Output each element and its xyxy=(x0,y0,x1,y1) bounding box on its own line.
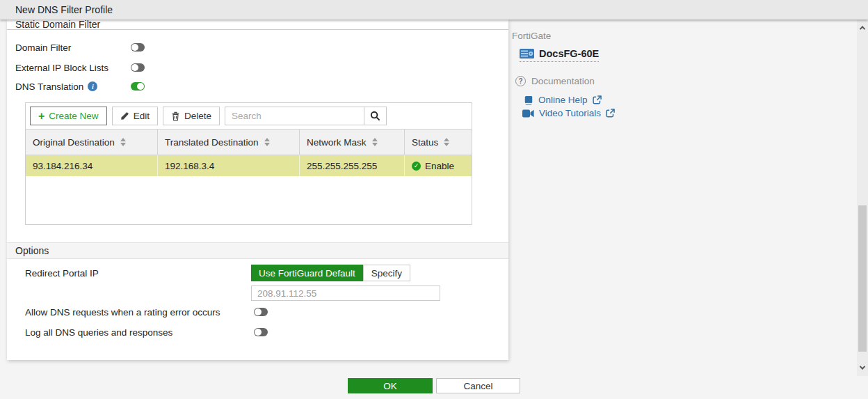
create-new-label: Create New xyxy=(49,111,98,121)
online-help-link[interactable]: Online Help xyxy=(524,95,602,105)
trash-icon xyxy=(171,111,180,121)
cancel-button[interactable]: Cancel xyxy=(436,378,520,393)
redirect-portal-ip-label: Redirect Portal IP xyxy=(25,265,99,281)
specify-button[interactable]: Specify xyxy=(363,265,410,281)
toggle-knob xyxy=(255,329,262,336)
column-label: Status xyxy=(412,137,438,148)
use-fortiguard-default-button[interactable]: Use FortiGuard Default xyxy=(251,265,363,281)
toggle-knob xyxy=(255,308,262,315)
video-tutorials-link[interactable]: Video Tutorials xyxy=(522,108,615,118)
device-name: DocsFG-60E xyxy=(539,48,599,59)
dns-translation-toggle[interactable] xyxy=(131,82,145,91)
chevron-up-icon xyxy=(860,26,865,31)
pencil-icon xyxy=(120,111,129,120)
external-link-icon xyxy=(593,95,602,104)
section-title: Static Domain Filter xyxy=(15,19,100,30)
table-row[interactable]: 93.184.216.34 192.168.3.4 255.255.255.25… xyxy=(26,155,472,176)
status-badge: Enable xyxy=(425,161,454,171)
table-toolbar: + Create New Edit Delete xyxy=(30,107,387,125)
device-link[interactable]: DocsFG-60E xyxy=(520,48,599,62)
dns-translation-table: + Create New Edit Delete xyxy=(25,102,472,225)
section-title: Options xyxy=(15,245,49,256)
delete-label: Delete xyxy=(184,111,211,121)
fortigate-heading: FortiGate xyxy=(512,31,551,41)
domain-filter-row: Domain Filter xyxy=(15,40,145,54)
search-button[interactable] xyxy=(364,107,387,125)
log-all-dns-queries-label: Log all DNS queries and responses xyxy=(25,325,172,339)
column-label: Translated Destination xyxy=(165,137,259,148)
create-new-button[interactable]: + Create New xyxy=(30,107,107,125)
sort-icon[interactable] xyxy=(264,138,270,146)
redirect-portal-ip-segmented-control: Use FortiGuard Default Specify xyxy=(251,265,410,281)
external-link-icon xyxy=(606,109,615,118)
delete-button[interactable]: Delete xyxy=(163,107,220,125)
log-all-dns-queries-toggle[interactable] xyxy=(254,328,268,336)
check-circle-icon: ✓ xyxy=(412,162,421,171)
domain-filter-label: Domain Filter xyxy=(15,42,71,53)
search-group xyxy=(225,107,387,125)
toggle-knob xyxy=(131,44,138,51)
toggle-knob xyxy=(137,83,144,90)
allow-dns-requests-toggle[interactable] xyxy=(254,308,268,316)
fortigate-device-icon xyxy=(520,49,534,58)
video-camera-icon xyxy=(522,109,534,118)
dns-filter-profile-panel: Static Domain Filter Domain Filter Exter… xyxy=(7,19,508,360)
static-domain-filter-section-header: Static Domain Filter xyxy=(7,19,508,30)
documentation-heading-row: ? Documentation xyxy=(515,76,595,86)
dns-translation-row: DNS Translation i xyxy=(15,79,145,93)
dialog-titlebar: New DNS Filter Profile xyxy=(0,0,868,19)
book-icon xyxy=(524,95,533,105)
options-section-header: Options xyxy=(7,242,508,259)
scroll-up-button[interactable] xyxy=(857,22,868,33)
cell-network-mask: 255.255.255.255 xyxy=(300,155,405,176)
cell-translated-destination: 192.168.3.4 xyxy=(158,155,300,176)
domain-filter-toggle[interactable] xyxy=(131,43,145,52)
column-label: Original Destination xyxy=(33,137,115,148)
scrollbar-thumb[interactable] xyxy=(858,205,867,352)
dns-translation-label: DNS Translation xyxy=(15,81,83,92)
edit-button[interactable]: Edit xyxy=(112,107,158,125)
plus-icon: + xyxy=(38,111,45,122)
ok-button[interactable]: OK xyxy=(348,378,433,393)
cell-status: ✓ Enable xyxy=(405,155,472,176)
external-ip-block-lists-row: External IP Block Lists xyxy=(15,61,145,75)
page-title: New DNS Filter Profile xyxy=(15,4,113,15)
column-header-network-mask[interactable]: Network Mask xyxy=(300,130,405,155)
external-ip-block-lists-label: External IP Block Lists xyxy=(15,63,108,73)
vertical-scrollbar[interactable] xyxy=(857,19,868,376)
cell-original-destination: 93.184.216.34 xyxy=(26,155,158,176)
documentation-heading: Documentation xyxy=(531,76,595,86)
allow-dns-requests-label: Allow DNS requests when a rating error o… xyxy=(25,305,220,319)
redirect-portal-ip-input[interactable] xyxy=(251,285,440,301)
sort-icon[interactable] xyxy=(372,138,378,146)
search-input[interactable] xyxy=(225,107,364,125)
info-icon[interactable]: i xyxy=(88,81,97,91)
edit-label: Edit xyxy=(134,111,150,121)
column-label: Network Mask xyxy=(307,137,367,148)
column-header-original-destination[interactable]: Original Destination xyxy=(26,130,158,155)
column-header-translated-destination[interactable]: Translated Destination xyxy=(158,130,300,155)
external-ip-block-lists-toggle[interactable] xyxy=(131,63,145,72)
column-header-status[interactable]: Status xyxy=(405,130,472,155)
sort-icon[interactable] xyxy=(444,138,449,146)
video-tutorials-label: Video Tutorials xyxy=(539,108,601,118)
online-help-label: Online Help xyxy=(538,95,588,105)
table-header-row: Original Destination Translated Destinat… xyxy=(26,129,472,155)
scroll-down-button[interactable] xyxy=(857,362,868,373)
search-icon xyxy=(370,111,380,121)
question-circle-icon: ? xyxy=(515,76,526,86)
toggle-knob xyxy=(131,64,138,71)
sort-icon[interactable] xyxy=(120,138,126,146)
chevron-down-icon xyxy=(860,363,865,369)
